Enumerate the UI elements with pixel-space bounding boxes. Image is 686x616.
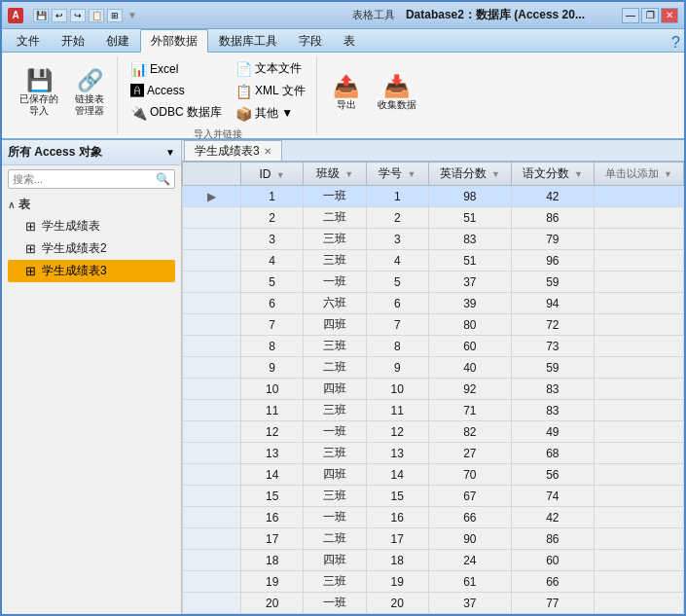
cell-id-8[interactable]: 9 bbox=[241, 357, 304, 379]
cell-class-5[interactable]: 六班 bbox=[304, 293, 366, 314]
cell-id-3[interactable]: 4 bbox=[241, 250, 304, 272]
table-row[interactable]: 2 二班 2 51 86 bbox=[183, 207, 684, 229]
access-button[interactable]: 🅰 Access bbox=[126, 81, 227, 100]
cell-number-14[interactable]: 15 bbox=[366, 486, 428, 507]
cell-chinese-1[interactable]: 86 bbox=[511, 207, 594, 229]
xml-file-button[interactable]: 📋 XML 文件 bbox=[231, 81, 310, 101]
cell-english-4[interactable]: 37 bbox=[428, 272, 511, 293]
cell-class-4[interactable]: 一班 bbox=[304, 272, 366, 293]
cell-english-17[interactable]: 24 bbox=[428, 550, 511, 571]
cell-chinese-14[interactable]: 74 bbox=[511, 486, 594, 507]
cell-class-14[interactable]: 三班 bbox=[304, 486, 366, 507]
saved-import-button[interactable]: 💾 已保存的导入 bbox=[14, 66, 64, 121]
tab-create[interactable]: 创建 bbox=[95, 29, 140, 52]
cell-english-2[interactable]: 83 bbox=[428, 229, 511, 250]
cell-english-8[interactable]: 40 bbox=[428, 357, 511, 379]
cell-class-10[interactable]: 三班 bbox=[304, 400, 366, 421]
cell-english-16[interactable]: 90 bbox=[428, 528, 511, 550]
tab-table[interactable]: 表 bbox=[333, 29, 366, 52]
col-english-header[interactable]: 英语分数 ▼ bbox=[428, 163, 511, 186]
other-button[interactable]: 📦 其他 ▼ bbox=[231, 103, 310, 124]
cell-id-7[interactable]: 8 bbox=[241, 336, 304, 357]
cell-english-9[interactable]: 92 bbox=[428, 379, 511, 400]
cell-number-7[interactable]: 8 bbox=[366, 336, 428, 357]
cell-class-15[interactable]: 一班 bbox=[304, 507, 366, 528]
table-row[interactable]: 16 一班 16 66 42 bbox=[183, 507, 684, 528]
minimize-button[interactable]: — bbox=[622, 8, 639, 23]
table-row[interactable]: 13 三班 13 27 68 bbox=[183, 443, 684, 464]
cell-chinese-15[interactable]: 42 bbox=[511, 507, 594, 528]
cell-english-7[interactable]: 60 bbox=[428, 336, 511, 357]
restore-button[interactable]: ❐ bbox=[641, 8, 659, 23]
cell-class-7[interactable]: 三班 bbox=[304, 336, 366, 357]
table-row[interactable]: 3 三班 3 83 79 bbox=[183, 229, 684, 250]
cell-class-16[interactable]: 二班 bbox=[304, 528, 366, 550]
cell-number-15[interactable]: 16 bbox=[366, 507, 428, 528]
table-row[interactable]: 8 三班 8 60 73 bbox=[183, 336, 684, 357]
cell-id-9[interactable]: 10 bbox=[241, 379, 304, 400]
table-row[interactable]: 9 二班 9 40 59 bbox=[183, 357, 684, 379]
cell-chinese-2[interactable]: 79 bbox=[511, 229, 594, 250]
tab-home[interactable]: 开始 bbox=[51, 29, 95, 52]
search-input[interactable] bbox=[9, 171, 152, 187]
cell-class-8[interactable]: 二班 bbox=[304, 357, 366, 379]
cell-class-2[interactable]: 三班 bbox=[304, 229, 366, 250]
cell-class-11[interactable]: 一班 bbox=[304, 421, 366, 443]
cell-class-9[interactable]: 四班 bbox=[304, 379, 366, 400]
link-manager-button[interactable]: 🔗 链接表管理器 bbox=[68, 66, 111, 121]
cell-number-1[interactable]: 2 bbox=[366, 207, 428, 229]
cell-number-17[interactable]: 18 bbox=[366, 550, 428, 571]
cell-number-12[interactable]: 13 bbox=[366, 443, 428, 464]
cell-id-17[interactable]: 18 bbox=[241, 550, 304, 571]
cell-chinese-16[interactable]: 86 bbox=[511, 528, 594, 550]
sidebar-item-table2[interactable]: ⊞ 学生成绩表2 bbox=[8, 237, 175, 260]
cell-number-13[interactable]: 14 bbox=[366, 464, 428, 486]
content-tab-table3[interactable]: 学生成绩表3 ✕ bbox=[184, 140, 282, 161]
quick-tool-4[interactable]: 📋 bbox=[89, 9, 104, 22]
cell-class-13[interactable]: 四班 bbox=[304, 464, 366, 486]
cell-id-5[interactable]: 6 bbox=[241, 293, 304, 314]
cell-chinese-10[interactable]: 83 bbox=[511, 400, 594, 421]
table-row[interactable]: 11 三班 11 71 83 bbox=[183, 400, 684, 421]
cell-id-16[interactable]: 17 bbox=[241, 528, 304, 550]
close-button[interactable]: ✕ bbox=[661, 8, 678, 23]
cell-class-17[interactable]: 四班 bbox=[304, 550, 366, 571]
cell-class-0[interactable]: 一班 bbox=[304, 186, 366, 207]
cell-id-6[interactable]: 7 bbox=[241, 314, 304, 336]
table-row[interactable]: 17 二班 17 90 86 bbox=[183, 528, 684, 550]
cell-chinese-11[interactable]: 49 bbox=[511, 421, 594, 443]
cell-chinese-6[interactable]: 72 bbox=[511, 314, 594, 336]
cell-english-3[interactable]: 51 bbox=[428, 250, 511, 272]
cell-class-19[interactable]: 一班 bbox=[304, 593, 366, 614]
collect-data-button[interactable]: 📥 收集数据 bbox=[372, 72, 422, 115]
tab-external-data[interactable]: 外部数据 bbox=[140, 29, 208, 53]
cell-number-0[interactable]: 1 bbox=[366, 186, 428, 207]
cell-number-19[interactable]: 20 bbox=[366, 593, 428, 614]
cell-chinese-3[interactable]: 96 bbox=[511, 250, 594, 272]
cell-number-2[interactable]: 3 bbox=[366, 229, 428, 250]
cell-number-9[interactable]: 10 bbox=[366, 379, 428, 400]
sidebar-chevron-icon[interactable]: ▼ bbox=[165, 147, 175, 158]
cell-number-11[interactable]: 12 bbox=[366, 421, 428, 443]
table-row[interactable]: ▶ 1 一班 1 98 42 bbox=[183, 186, 684, 207]
cell-id-11[interactable]: 12 bbox=[241, 421, 304, 443]
cell-english-14[interactable]: 67 bbox=[428, 486, 511, 507]
cell-chinese-9[interactable]: 83 bbox=[511, 379, 594, 400]
col-number-header[interactable]: 学号 ▼ bbox=[366, 163, 428, 186]
table-row[interactable]: 14 四班 14 70 56 bbox=[183, 464, 684, 486]
cell-id-10[interactable]: 11 bbox=[241, 400, 304, 421]
cell-chinese-8[interactable]: 59 bbox=[511, 357, 594, 379]
sidebar-section-header[interactable]: ∧ 表 bbox=[8, 195, 175, 215]
table-row[interactable]: 6 六班 6 39 94 bbox=[183, 293, 684, 314]
col-id-header[interactable]: ID ▼ bbox=[241, 163, 304, 186]
data-grid-wrap[interactable]: ID ▼ 班级 ▼ 学号 ▼ 英语分数 ▼ 语文分数 ▼ 单击以添加 ▼ ▶ 1… bbox=[182, 162, 684, 616]
cell-english-19[interactable]: 37 bbox=[428, 593, 511, 614]
cell-id-18[interactable]: 19 bbox=[241, 571, 304, 593]
cell-english-18[interactable]: 61 bbox=[428, 571, 511, 593]
cell-english-11[interactable]: 82 bbox=[428, 421, 511, 443]
cell-chinese-5[interactable]: 94 bbox=[511, 293, 594, 314]
table-row[interactable]: 5 一班 5 37 59 bbox=[183, 272, 684, 293]
sidebar-item-table3[interactable]: ⊞ 学生成绩表3 bbox=[8, 260, 175, 282]
table-row[interactable]: 12 一班 12 82 49 bbox=[183, 421, 684, 443]
excel-button[interactable]: 📊 Excel bbox=[126, 59, 227, 79]
